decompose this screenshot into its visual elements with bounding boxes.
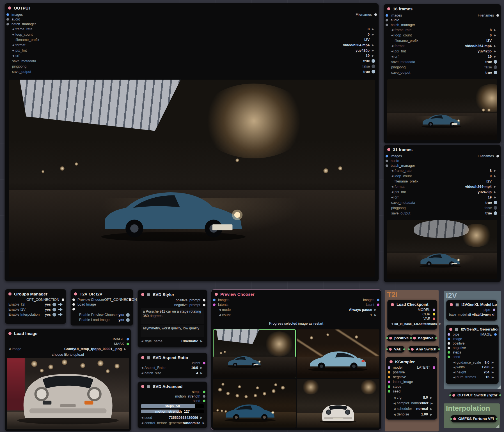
input-socket-dot[interactable] bbox=[213, 303, 216, 306]
input-socket-dot[interactable] bbox=[386, 19, 388, 21]
upload-button[interactable]: choose file to upload bbox=[5, 353, 131, 357]
input-socket-dot[interactable] bbox=[386, 337, 388, 339]
go-arrow-icon[interactable] bbox=[58, 313, 63, 316]
toggle-dot[interactable] bbox=[52, 303, 56, 306]
output-socket-dot[interactable] bbox=[374, 18, 377, 20]
output-socket-dot[interactable] bbox=[203, 400, 205, 402]
toggle-dot[interactable] bbox=[126, 313, 130, 317]
output-socket-dot[interactable] bbox=[127, 343, 129, 345]
input-socket-dot[interactable] bbox=[388, 366, 390, 369]
output-socket-dot[interactable] bbox=[377, 299, 379, 301]
decrement-arrow-icon[interactable]: ◀ bbox=[393, 396, 397, 399]
resize-handle-icon[interactable] bbox=[497, 385, 501, 389]
decrement-arrow-icon[interactable]: ◀ bbox=[393, 402, 397, 405]
increment-arrow-icon[interactable]: ▶ bbox=[372, 33, 375, 36]
output-socket-dot[interactable] bbox=[374, 23, 377, 25]
collapse-dot-icon[interactable] bbox=[387, 148, 390, 151]
widget-row[interactable]: ◀ loop_count 0 ▶ bbox=[5, 32, 379, 37]
collapse-dot-icon[interactable] bbox=[450, 303, 453, 306]
widget-row[interactable]: ◀ save_output true ▶ bbox=[5, 69, 379, 74]
collapse-dot-icon[interactable] bbox=[74, 292, 77, 295]
output-socket-dot[interactable] bbox=[499, 394, 501, 396]
toggle-dot[interactable] bbox=[372, 70, 375, 73]
widget-row[interactable]: ◀ save_output true ▶ bbox=[384, 70, 501, 75]
widget-row[interactable]: ◀ save_metadata true ▶ bbox=[5, 58, 379, 64]
output-socket-dot[interactable] bbox=[62, 298, 64, 301]
node-negative-collapsed[interactable]: negative bbox=[411, 334, 437, 341]
increment-arrow-icon[interactable]: ▶ bbox=[494, 190, 497, 193]
output-socket-dot[interactable] bbox=[438, 348, 440, 350]
widget-row[interactable]: ◀ style_name Cinematic ▶ bbox=[138, 338, 207, 344]
toggle-row[interactable]: Enable T2I yes bbox=[5, 302, 66, 307]
widget-row[interactable]: ◀ crf 19 ▶ bbox=[5, 53, 379, 58]
collapse-dot-icon[interactable] bbox=[141, 356, 144, 359]
output-socket-dot[interactable] bbox=[494, 333, 497, 336]
node-svd-advanced[interactable]: ▦ SVD Advanced steps motion_strength bbox=[138, 382, 207, 428]
output-socket-dot[interactable] bbox=[496, 418, 498, 420]
widget-row[interactable]: ◀ crf 19 ▶ bbox=[384, 54, 501, 59]
node-header[interactable]: OUTPUT bbox=[5, 3, 379, 11]
increment-arrow-icon[interactable]: ▶ bbox=[494, 174, 497, 177]
widget-row[interactable]: ◀ batch_size 4 ▶ bbox=[138, 370, 207, 376]
widget-row[interactable]: ◀ pix_fmt yuv420p ▶ bbox=[384, 189, 501, 195]
widget-row[interactable]: ◀ denoise 1.00 ▶ bbox=[386, 412, 437, 417]
output-socket-dot[interactable] bbox=[433, 313, 435, 316]
increment-arrow-icon[interactable]: ▶ bbox=[200, 366, 204, 369]
widget-row[interactable]: ◀ frame_rate 8 ▶ bbox=[384, 168, 501, 173]
input-socket-dot[interactable] bbox=[388, 376, 390, 378]
widget-row[interactable]: ◀ image ComfyUI_temp_tpqpp_00001_.png ▶ bbox=[5, 346, 131, 352]
input-socket-dot[interactable] bbox=[72, 298, 75, 301]
negative-prompt-textarea[interactable]: asymmetry, worst quality, low quality bbox=[141, 325, 204, 337]
decrement-arrow-icon[interactable]: ◀ bbox=[391, 174, 395, 177]
node-header[interactable]: Load Checkpoint bbox=[388, 300, 437, 308]
widget-row[interactable]: ◀ save_metadata true ▶ bbox=[384, 200, 501, 205]
input-socket-dot[interactable] bbox=[6, 18, 9, 20]
node-header[interactable]: 31 frames bbox=[384, 145, 501, 153]
toggle-dot[interactable] bbox=[52, 308, 56, 311]
collapse-dot-icon[interactable] bbox=[389, 348, 392, 351]
node-31-frames[interactable]: 31 frames images Filenames audio bbox=[384, 145, 501, 282]
widget-row[interactable]: ◀ width 1280 ▶ bbox=[446, 365, 498, 370]
comfyui-canvas[interactable]: OUTPUT images Filenames audio bbox=[0, 0, 504, 432]
decrement-arrow-icon[interactable]: ◀ bbox=[453, 376, 457, 379]
toggle-dot[interactable] bbox=[52, 313, 56, 317]
progress-restart-button[interactable]: Progress selected image as restart bbox=[211, 322, 381, 325]
output-socket-dot[interactable] bbox=[433, 366, 435, 369]
input-socket-dot[interactable] bbox=[72, 303, 75, 306]
increment-arrow-icon[interactable]: ▶ bbox=[494, 196, 497, 199]
node-header[interactable]: Preview Chooser bbox=[211, 290, 381, 297]
decrement-arrow-icon[interactable]: ◀ bbox=[393, 407, 397, 410]
widget-row[interactable]: ◀ guidance_scale 9.0 ▶ bbox=[446, 360, 498, 365]
increment-arrow-icon[interactable]: ▶ bbox=[494, 50, 497, 53]
increment-arrow-icon[interactable]: ▶ bbox=[374, 313, 378, 317]
input-socket-dot[interactable] bbox=[388, 390, 390, 392]
output-socket-dot[interactable] bbox=[403, 348, 405, 350]
increment-arrow-icon[interactable]: ▶ bbox=[494, 44, 497, 47]
decrement-arrow-icon[interactable]: ◀ bbox=[141, 339, 145, 343]
node-i2vgenxl-model-loader[interactable]: ▩ I2VGenXL Model Loader pipe base_model … bbox=[446, 300, 497, 321]
input-socket-dot[interactable] bbox=[6, 23, 9, 25]
input-socket-dot[interactable] bbox=[388, 371, 390, 373]
input-socket-dot[interactable] bbox=[448, 333, 450, 336]
decrement-arrow-icon[interactable]: ◀ bbox=[8, 347, 12, 350]
increment-arrow-icon[interactable]: ▶ bbox=[492, 371, 495, 374]
collapse-dot-icon[interactable] bbox=[215, 293, 218, 296]
widget-row[interactable]: ◀ filename_prefix I2V ▶ bbox=[384, 38, 501, 43]
node-i2vgenxl-generation[interactable]: ▩ I2VGenXL Generation pipe IMAGE image p… bbox=[446, 325, 499, 384]
decrement-arrow-icon[interactable]: ◀ bbox=[393, 413, 397, 416]
decrement-arrow-icon[interactable]: ◀ bbox=[12, 33, 15, 36]
input-socket-dot[interactable] bbox=[448, 342, 450, 345]
increment-arrow-icon[interactable]: ▶ bbox=[492, 366, 495, 369]
decrement-arrow-icon[interactable]: ◀ bbox=[391, 34, 395, 37]
widget-row[interactable]: ◀ height 704 ▶ bbox=[446, 370, 498, 375]
output-socket-dot[interactable] bbox=[496, 24, 499, 26]
widget-row[interactable]: ◀ control_before_generate randomize ▶ bbox=[138, 420, 207, 426]
decrement-arrow-icon[interactable]: ◀ bbox=[453, 371, 457, 374]
increment-arrow-icon[interactable]: ▶ bbox=[430, 413, 434, 416]
toggle-dot[interactable] bbox=[494, 60, 497, 64]
input-socket-dot[interactable] bbox=[448, 347, 450, 349]
collapse-dot-icon[interactable] bbox=[390, 360, 393, 363]
toggle-row[interactable]: Enable Load Image yes bbox=[71, 317, 133, 322]
output-socket-dot[interactable] bbox=[496, 155, 499, 157]
widget-row[interactable]: ◀ Aspect_Ratio 16:9 ▶ bbox=[138, 365, 207, 370]
